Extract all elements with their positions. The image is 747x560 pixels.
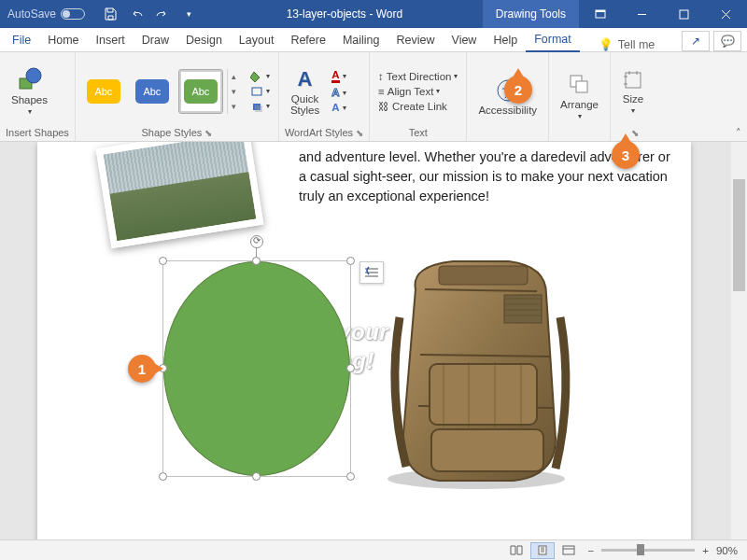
tab-help[interactable]: Help (485, 30, 526, 51)
ribbon-display-button[interactable] (579, 0, 621, 28)
svg-rect-1 (596, 10, 605, 12)
scrollbar-thumb[interactable] (733, 179, 745, 291)
rotate-handle[interactable] (250, 235, 263, 248)
tab-mailings[interactable]: Mailing (334, 30, 388, 51)
resize-handle[interactable] (159, 257, 167, 265)
resize-handle[interactable] (346, 364, 355, 372)
text-group-label: Text (375, 126, 460, 139)
share-button[interactable]: ↗ (682, 31, 710, 51)
tab-home[interactable]: Home (39, 30, 87, 51)
autosave-toggle[interactable]: AutoSave (0, 7, 92, 21)
web-layout-button[interactable] (557, 542, 581, 559)
group-text: ↕Text Direction▾ ≡Align Text▾ ⛓Create Li… (370, 52, 467, 141)
window-controls (579, 0, 747, 28)
resize-handle[interactable] (252, 472, 261, 481)
callout-2: 2 (504, 76, 532, 104)
tab-file[interactable]: File (4, 30, 39, 51)
text-direction-icon: ↕ (378, 71, 384, 82)
ribbon-tabs: File Home Insert Draw Design Layout Refe… (0, 28, 747, 52)
tab-format[interactable]: Format (526, 29, 580, 52)
shapes-label: Shapes (11, 94, 48, 105)
toggle-switch-icon (61, 8, 85, 20)
read-mode-button[interactable] (504, 542, 529, 559)
text-direction-button[interactable]: ↕Text Direction▾ (375, 70, 460, 83)
view-buttons (504, 542, 581, 559)
size-button[interactable]: Size ▾ (616, 58, 650, 125)
group-size: Size ▾ ⬊ (611, 52, 655, 141)
align-text-button[interactable]: ≡Align Text▾ (375, 85, 460, 98)
wordart-styles-group-label: WordArt Styles (285, 127, 353, 138)
selected-oval-shape[interactable] (163, 261, 350, 476)
tell-me-label: Tell me (618, 38, 655, 51)
text-effects-button[interactable]: A▾ (329, 101, 348, 114)
layout-options-button[interactable] (359, 261, 384, 284)
tell-me-search[interactable]: 💡 Tell me (589, 37, 665, 51)
autosave-label: AutoSave (7, 7, 56, 21)
svg-rect-15 (431, 429, 543, 471)
collapse-ribbon-button[interactable]: ˄ (736, 127, 741, 139)
page[interactable]: and adventure level. Whether you're a da… (37, 142, 691, 539)
group-insert-shapes: Shapes ▾ Insert Shapes (0, 52, 76, 141)
arrange-button[interactable]: Arrange ▾ (555, 63, 604, 131)
shape-style-3[interactable]: Abc (178, 69, 223, 114)
shape-outline-button[interactable]: ▾ (247, 85, 273, 98)
tab-design[interactable]: Design (177, 30, 231, 51)
qat-dropdown[interactable]: ▾ (176, 1, 201, 27)
redo-button[interactable] (150, 1, 175, 27)
document-area: and adventure level. Whether you're a da… (0, 142, 747, 539)
quick-styles-label: Quick Styles (290, 93, 319, 116)
save-button[interactable] (98, 1, 122, 27)
size-launcher[interactable]: ⬊ (631, 128, 639, 138)
zoom-in-button[interactable]: + (702, 545, 709, 556)
resize-handle[interactable] (346, 472, 355, 481)
zoom-out-button[interactable]: − (588, 545, 595, 556)
svg-rect-19 (563, 546, 574, 554)
drawing-tools-tab-label: Drawing Tools (483, 0, 579, 28)
resize-handle[interactable] (346, 257, 355, 265)
print-layout-button[interactable] (530, 542, 555, 559)
align-text-icon: ≡ (378, 86, 385, 97)
shape-effects-button[interactable]: ▾ (247, 100, 273, 113)
shape-fill-button[interactable]: ▾ (247, 70, 273, 83)
photo-image[interactable] (96, 142, 264, 248)
chevron-down-icon: ▾ (631, 106, 635, 115)
ribbon: Shapes ▾ Insert Shapes Abc Abc Abc ▴▾▾ ▾… (0, 52, 747, 142)
chevron-down-icon: ▾ (28, 107, 32, 116)
svg-rect-2 (680, 10, 688, 19)
arrange-label: Arrange (560, 99, 599, 110)
group-shape-styles: Abc Abc Abc ▴▾▾ ▾ ▾ ▾ Shape Styles⬊ (76, 52, 279, 141)
tab-review[interactable]: Review (388, 30, 444, 51)
tab-draw[interactable]: Draw (134, 30, 177, 51)
tab-insert[interactable]: Insert (88, 30, 134, 51)
resize-handle[interactable] (252, 257, 261, 265)
undo-button[interactable] (124, 1, 148, 27)
resize-handle[interactable] (159, 472, 167, 481)
size-label: Size (623, 93, 643, 105)
status-bar: − + 90% (0, 539, 747, 560)
text-fill-button[interactable]: A▾ (329, 68, 348, 84)
tab-references[interactable]: Refere (282, 30, 334, 51)
close-button[interactable] (705, 0, 747, 28)
backpack-image[interactable] (364, 252, 584, 490)
vertical-scrollbar[interactable] (731, 142, 747, 539)
minimize-button[interactable] (621, 0, 663, 28)
create-link-button[interactable]: ⛓Create Link (375, 100, 460, 113)
wordart-launcher[interactable]: ⬊ (356, 128, 363, 138)
chevron-down-icon: ▾ (578, 112, 582, 120)
zoom-slider[interactable] (601, 549, 695, 552)
shapes-button[interactable]: Shapes ▾ (6, 58, 53, 125)
text-outline-button[interactable]: A▾ (329, 86, 348, 99)
shape-styles-more[interactable]: ▴▾▾ (227, 69, 240, 114)
oval-shape[interactable] (163, 261, 350, 476)
shape-styles-launcher[interactable]: ⬊ (204, 128, 212, 138)
callout-1: 1 (128, 355, 156, 383)
tab-view[interactable]: View (444, 30, 486, 51)
quick-styles-button[interactable]: A Quick Styles (285, 58, 325, 125)
zoom-level[interactable]: 90% (716, 545, 738, 556)
tab-layout[interactable]: Layout (231, 30, 283, 51)
svg-rect-5 (252, 88, 261, 95)
shape-style-2[interactable]: Abc (130, 69, 175, 114)
shape-style-1[interactable]: Abc (81, 69, 126, 114)
maximize-button[interactable] (663, 0, 705, 28)
comments-button[interactable]: 💬 (713, 31, 741, 51)
